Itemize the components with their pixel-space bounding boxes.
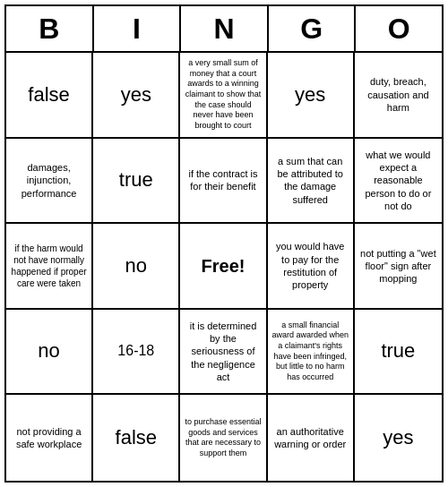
cell-17[interactable]: it is determined by the seriousness of t… [180, 310, 267, 396]
header-n: N [181, 6, 269, 51]
cell-8[interactable]: a sum that can be attributed to the dama… [268, 139, 355, 225]
cell-20[interactable]: not providing a safe workplace [6, 395, 93, 481]
cell-4[interactable]: duty, breach, causation and harm [355, 53, 442, 139]
cell-11[interactable]: no [93, 224, 180, 310]
bingo-header: B I N G O [6, 6, 442, 53]
header-g: G [269, 6, 357, 51]
cell-2[interactable]: a very small sum of money that a court a… [180, 53, 267, 139]
cell-19[interactable]: true [355, 310, 442, 396]
cell-0[interactable]: false [6, 53, 93, 139]
cell-1[interactable]: yes [93, 53, 180, 139]
cell-12[interactable]: Free! [180, 224, 267, 310]
cell-9[interactable]: what we would expect a reasonable person… [355, 139, 442, 225]
cell-16[interactable]: 16-18 [93, 310, 180, 396]
header-i: I [94, 6, 182, 51]
cell-6[interactable]: true [93, 139, 180, 225]
cell-18[interactable]: a small financial award awarded when a c… [268, 310, 355, 396]
header-b: B [6, 6, 94, 51]
cell-22[interactable]: to purchase essential goods and services… [180, 395, 267, 481]
cell-7[interactable]: if the contract is for their benefit [180, 139, 267, 225]
cell-21[interactable]: false [93, 395, 180, 481]
cell-15[interactable]: no [6, 310, 93, 396]
cell-13[interactable]: you would have to pay for the restitutio… [268, 224, 355, 310]
cell-5[interactable]: damages, injunction, performance [6, 139, 93, 225]
cell-24[interactable]: yes [355, 395, 442, 481]
cell-10[interactable]: if the harm would not have normally happ… [6, 224, 93, 310]
cell-14[interactable]: not putting a "wet floor" sign after mop… [355, 224, 442, 310]
cell-23[interactable]: an authoritative warning or order [268, 395, 355, 481]
bingo-card: B I N G O false yes a very small sum of … [4, 4, 444, 483]
cell-3[interactable]: yes [268, 53, 355, 139]
header-o: O [356, 6, 442, 51]
bingo-grid: false yes a very small sum of money that… [6, 53, 442, 481]
